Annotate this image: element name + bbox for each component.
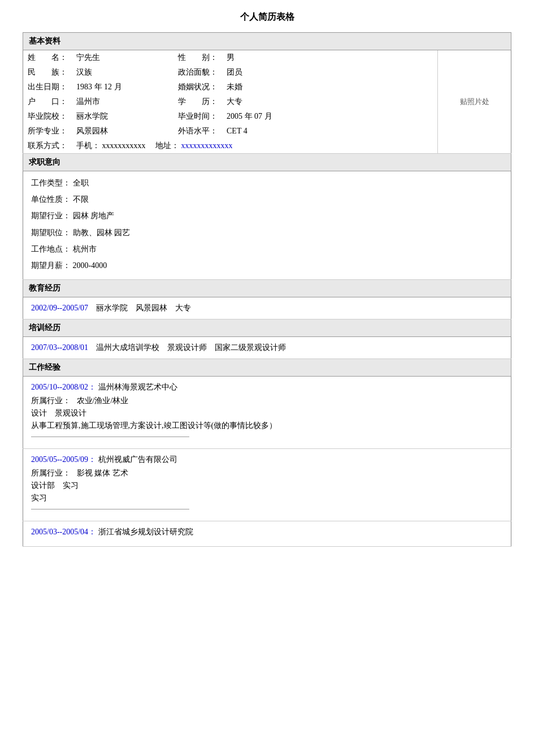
work2-desc: 实习 <box>31 493 503 503</box>
industry-label: 期望行业： <box>31 211 71 220</box>
address-value: xxxxxxxxxxxxx <box>181 141 233 150</box>
work1-divider <box>31 437 189 437</box>
job-intention-content-row: 工作类型： 全职 单位性质： 不限 期望行业： 园林 房地产 期望职位： 助教、… <box>23 171 511 280</box>
job-intention-header: 求职意向 <box>23 154 511 171</box>
work-experience-header-row: 工作经验 <box>23 359 511 377</box>
edu-period: 2002/09--2005/07 <box>31 304 88 312</box>
work3-period: 2005/03--2005/04： <box>31 528 96 536</box>
unit-type-value: 不限 <box>73 195 89 204</box>
work1-dept-label: 设计 <box>31 409 47 417</box>
address-label: 地址： <box>155 141 179 150</box>
education-value: 大专 <box>222 94 437 109</box>
work-type-value: 全职 <box>73 179 89 187</box>
work2-industry-row: 所属行业： 影视 媒体 艺术 <box>31 468 503 478</box>
training-content-row: 2007/03--2008/01 温州大成培训学校 景观设计师 国家二级景观设计… <box>23 337 511 359</box>
basic-info-content-row: 姓 名： 宁先生 性 别： 男 民 族： 汉族 政治面貌： 团员 出生日期： 1… <box>23 50 511 154</box>
gender-label: 性 别： <box>173 50 222 65</box>
name-value: 宁先生 <box>72 50 173 65</box>
work2-period: 2005/05--2005/09： <box>31 455 96 464</box>
contact-row: 联系方式： 手机： xxxxxxxxxxx 地址： xxxxxxxxxxxxx <box>23 139 437 153</box>
education-content-row: 2002/09--2005/07 丽水学院 风景园林 大专 <box>23 297 511 319</box>
basic-info-header: 基本资料 <box>23 33 511 50</box>
work2-dept-row: 设计部 实习 <box>31 481 503 491</box>
salary-row: 期望月薪： 2000-4000 <box>31 258 503 273</box>
train-certificate: 国家二级景观设计师 <box>215 343 286 352</box>
ethnicity-value: 汉族 <box>72 65 173 80</box>
birthdate-marital-row: 出生日期： 1983 年 12 月 婚姻状况： 未婚 <box>23 80 437 94</box>
location-label: 工作地点： <box>31 245 71 253</box>
basic-info-fields: 姓 名： 宁先生 性 别： 男 民 族： 汉族 政治面貌： 团员 出生日期： 1… <box>23 50 437 153</box>
work-type-row: 工作类型： 全职 <box>31 176 503 190</box>
training-header-row: 培训经历 <box>23 319 511 337</box>
location-row: 工作地点： 杭州市 <box>31 242 503 256</box>
edu-major: 风景园林 <box>136 304 167 312</box>
ethnicity-label: 民 族： <box>23 65 72 80</box>
train-period: 2007/03--2008/01 <box>31 343 88 352</box>
work-type-label: 工作类型： <box>31 179 71 187</box>
industry-value: 园林 房地产 <box>73 211 115 220</box>
unit-type-label: 单位性质： <box>31 195 71 204</box>
name-gender-row: 姓 名： 宁先生 性 别： 男 <box>23 50 437 65</box>
unit-type-row: 单位性质： 不限 <box>31 192 503 206</box>
major-language-row: 所学专业： 风景园林 外语水平： CET 4 <box>23 124 437 139</box>
work-experience-header: 工作经验 <box>23 359 511 377</box>
work-entry-3-row: 2005/03--2005/04： 浙江省城乡规划设计研究院 <box>23 521 511 547</box>
resume-table: 基本资料 姓 名： 宁先生 性 别： 男 民 族： 汉族 政治面貌： 团员 出生… <box>23 32 511 547</box>
political-value: 团员 <box>222 65 437 80</box>
education-label: 学 历： <box>173 94 222 109</box>
phone-label: 手机： <box>76 141 100 150</box>
work2-dept-label: 设计部 <box>31 481 55 490</box>
salary-label: 期望月薪： <box>31 261 71 270</box>
major-label: 所学专业： <box>23 124 72 139</box>
work-entry-2-row: 2005/05--2005/09： 杭州视威广告有限公司 所属行业： 影视 媒体… <box>23 449 511 521</box>
train-school: 温州大成培训学校 <box>96 343 159 352</box>
work2-dept-value: 实习 <box>63 481 79 490</box>
work-entry-1-row: 2005/10--2008/02： 温州林海景观艺术中心 所属行业： 农业/渔业… <box>23 377 511 449</box>
phone-value: xxxxxxxxxxx <box>102 141 146 150</box>
work1-industry-value: 农业/渔业/林业 <box>77 396 129 405</box>
education-header: 教育经历 <box>23 280 511 297</box>
birthdate-label: 出生日期： <box>23 80 72 94</box>
marital-label: 婚姻状况： <box>173 80 222 94</box>
location-value: 杭州市 <box>73 245 97 253</box>
work1-industry-label: 所属行业： <box>31 396 71 405</box>
work1-dept-value: 景观设计 <box>55 409 86 417</box>
household-value: 温州市 <box>72 94 173 109</box>
education-header-row: 教育经历 <box>23 280 511 297</box>
position-value: 助教、园林 园艺 <box>73 228 131 237</box>
work2-industry-value: 影视 媒体 艺术 <box>77 469 128 477</box>
grad-time-value: 2005 年 07 月 <box>222 109 437 124</box>
political-label: 政治面貌： <box>173 65 222 80</box>
work1-industry-row: 所属行业： 农业/渔业/林业 <box>31 396 503 406</box>
work1-period: 2005/10--2008/02： <box>31 383 96 391</box>
edu-school: 丽水学院 <box>96 304 128 312</box>
page-title: 个人简历表格 <box>23 11 511 23</box>
language-label: 外语水平： <box>173 124 222 139</box>
school-label: 毕业院校： <box>23 109 72 124</box>
school-gradtime-row: 毕业院校： 丽水学院 毕业时间： 2005 年 07 月 <box>23 109 437 124</box>
school-value: 丽水学院 <box>72 109 173 124</box>
contact-label: 联系方式： <box>23 139 72 153</box>
name-label: 姓 名： <box>23 50 72 65</box>
photo-placeholder: 贴照片处 <box>438 50 511 154</box>
household-education-row: 户 口： 温州市 学 历： 大专 <box>23 94 437 109</box>
ethnicity-political-row: 民 族： 汉族 政治面貌： 团员 <box>23 65 437 80</box>
work2-industry-label: 所属行业： <box>31 469 71 477</box>
work1-desc: 从事工程预算,施工现场管理,方案设计,竣工图设计等(做的事情比较多） <box>31 421 503 431</box>
work2-company: 杭州视威广告有限公司 <box>98 455 177 464</box>
position-row: 期望职位： 助教、园林 园艺 <box>31 226 503 240</box>
marital-value: 未婚 <box>222 80 437 94</box>
work1-dept-row: 设计 景观设计 <box>31 408 503 418</box>
training-header: 培训经历 <box>23 319 511 337</box>
work1-company: 温州林海景观艺术中心 <box>98 383 177 391</box>
major-value: 风景园林 <box>72 124 173 139</box>
birthdate-value: 1983 年 12 月 <box>72 80 173 94</box>
basic-info-header-row: 基本资料 <box>23 33 511 50</box>
job-intention-header-row: 求职意向 <box>23 154 511 171</box>
household-label: 户 口： <box>23 94 72 109</box>
language-value: CET 4 <box>222 124 437 139</box>
gender-value: 男 <box>222 50 437 65</box>
train-position: 景观设计师 <box>167 343 207 352</box>
salary-value: 2000-4000 <box>73 261 107 270</box>
industry-row: 期望行业： 园林 房地产 <box>31 209 503 223</box>
